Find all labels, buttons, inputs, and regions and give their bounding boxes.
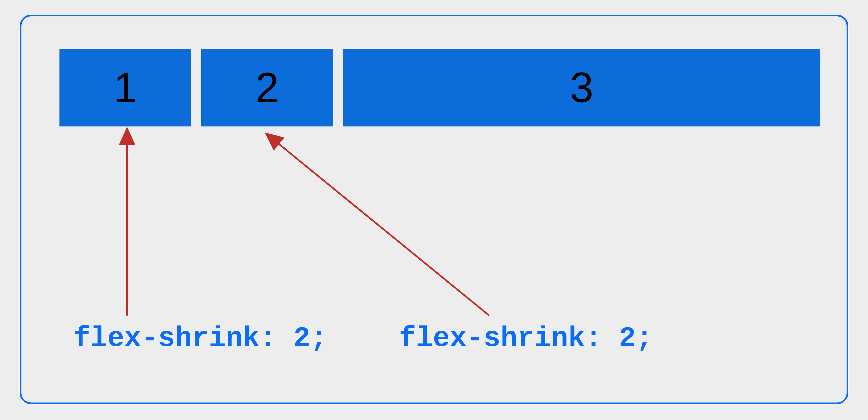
arrow-to-item-2 — [276, 142, 489, 315]
annotation-label-1: flex-shrink: 2; — [73, 323, 327, 355]
flex-item-3-label: 3 — [570, 63, 593, 112]
flex-item-1-label: 1 — [114, 63, 137, 112]
flex-row: 1 2 3 — [59, 49, 820, 127]
annotation-label-2: flex-shrink: 2; — [399, 323, 653, 355]
diagram-container: 1 2 3 flex-shrink: 2; flex-shrink: 2; — [20, 15, 848, 404]
flex-item-2: 2 — [201, 49, 333, 127]
flex-item-3: 3 — [343, 49, 820, 127]
flex-item-1: 1 — [59, 49, 191, 127]
flex-item-2-label: 2 — [255, 63, 279, 112]
